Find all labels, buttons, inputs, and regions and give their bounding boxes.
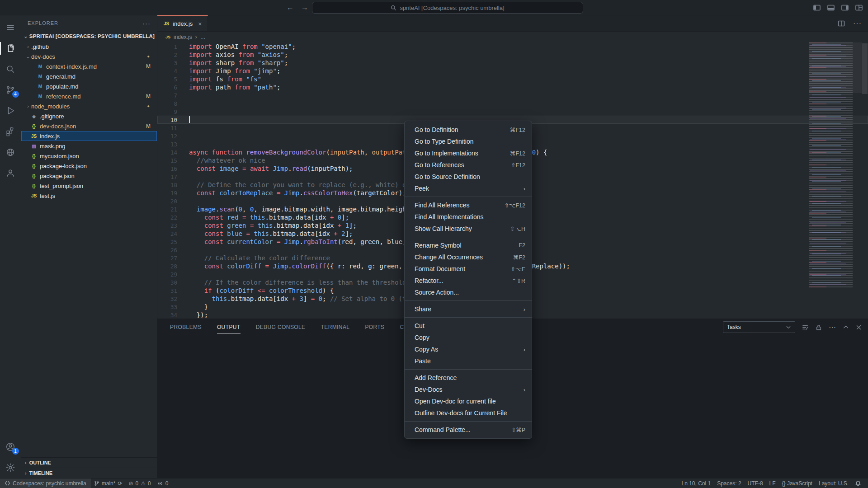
- status-item-spaces-2[interactable]: Spaces: 2: [714, 480, 744, 487]
- breadcrumb-more[interactable]: …: [200, 34, 206, 40]
- panel-tab-output[interactable]: OUTPUT: [217, 321, 241, 333]
- menu-item-go-to-implementations[interactable]: Go to Implementations⌘F12: [405, 147, 532, 159]
- problems-indicator[interactable]: ⊘ 0 ⚠ 0: [126, 479, 154, 488]
- command-center-search[interactable]: spriteAI [Codespaces: psychic umbrella]: [312, 2, 583, 14]
- tab-index-js[interactable]: JS index.js ×: [157, 15, 208, 31]
- lock-icon[interactable]: [816, 324, 822, 331]
- split-editor-icon[interactable]: [838, 20, 845, 27]
- back-icon[interactable]: ←: [287, 4, 294, 12]
- tree-item--gitignore[interactable]: ◆.gitignore: [21, 111, 157, 121]
- live-share-button[interactable]: [0, 163, 21, 183]
- code-line[interactable]: 9: [157, 108, 868, 116]
- output-channel-dropdown[interactable]: Tasks: [723, 321, 795, 333]
- menu-item-outline-dev-docs-for-current-file[interactable]: Outline Dev-docs for Current File: [405, 407, 532, 419]
- run-debug-button[interactable]: [0, 100, 21, 121]
- close-tab-icon[interactable]: ×: [198, 20, 202, 28]
- sidebar-more-actions[interactable]: ···: [142, 19, 151, 27]
- menu-item-dev-docs[interactable]: Dev-Docs›: [405, 384, 532, 395]
- menu-item-go-to-source-definition[interactable]: Go to Source Definition: [405, 171, 532, 183]
- accounts-button[interactable]: 1: [0, 436, 21, 457]
- menu-button[interactable]: [0, 17, 21, 38]
- panel-tab-problems[interactable]: PROBLEMS: [170, 321, 202, 333]
- menu-item-go-to-definition[interactable]: Go to Definition⌘F12: [405, 124, 532, 136]
- branch-indicator[interactable]: main* ⟳: [91, 479, 126, 488]
- tree-item-reference-md[interactable]: Mreference.mdM: [21, 91, 157, 101]
- status-item-ln-10-col-1[interactable]: Ln 10, Col 1: [678, 480, 714, 487]
- breadcrumb[interactable]: JS index.js › …: [157, 32, 868, 42]
- menu-item-peek[interactable]: Peek›: [405, 183, 532, 194]
- minimap-slider[interactable]: [809, 42, 862, 93]
- toggle-secondary-sidebar-icon[interactable]: [841, 4, 849, 11]
- menu-item-cut[interactable]: Cut: [405, 320, 532, 332]
- panel-tab-debug-console[interactable]: DEBUG CONSOLE: [256, 321, 306, 333]
- status-item-utf-8[interactable]: UTF-8: [745, 480, 766, 487]
- status-item-lf[interactable]: LF: [766, 480, 779, 487]
- maximize-panel-icon[interactable]: [843, 324, 849, 330]
- code-line[interactable]: 8: [157, 99, 868, 108]
- menu-item-find-all-references[interactable]: Find All References⇧⌥F12: [405, 199, 532, 211]
- toggle-panel-icon[interactable]: [827, 4, 835, 11]
- customize-layout-icon[interactable]: [855, 4, 863, 11]
- code-line[interactable]: 3import sharp from "sharp";: [157, 59, 868, 67]
- menu-item-find-all-implementations[interactable]: Find All Implementations: [405, 211, 532, 223]
- code-line[interactable]: 5import fs from "fs": [157, 75, 868, 83]
- clear-output-icon[interactable]: [802, 324, 809, 331]
- menu-item-add-reference[interactable]: Add Reference: [405, 372, 532, 384]
- source-control-button[interactable]: 4: [0, 80, 21, 100]
- code-line[interactable]: 7: [157, 91, 868, 99]
- tree-item-general-md[interactable]: Mgeneral.md: [21, 71, 157, 81]
- breadcrumb-file[interactable]: index.js: [174, 34, 192, 40]
- menu-item-command-palette-[interactable]: Command Palette...⇧⌘P: [405, 424, 532, 436]
- code-line[interactable]: 4import Jimp from "jimp";: [157, 67, 868, 75]
- tree-item--github[interactable]: ›.github: [21, 42, 157, 52]
- ports-indicator[interactable]: 0: [154, 479, 172, 488]
- panel-more-actions-icon[interactable]: ⋯: [829, 323, 836, 332]
- panel-tab-terminal[interactable]: TERMINAL: [321, 321, 350, 333]
- menu-item-share[interactable]: Share›: [405, 303, 532, 315]
- tree-item-dev-docs-json[interactable]: {}dev-docs.jsonM: [21, 121, 157, 131]
- tree-item-package-json[interactable]: {}package.json: [21, 171, 157, 181]
- tree-item-populate-md[interactable]: Mpopulate.md: [21, 81, 157, 91]
- menu-item-copy-as[interactable]: Copy As›: [405, 343, 532, 355]
- tree-item-mask-png[interactable]: ▨mask.png: [21, 141, 157, 151]
- close-panel-icon[interactable]: [856, 324, 862, 330]
- workspace-section-header[interactable]: ⌄ SPRITEAI [CODESPACES: PSYCHIC UMBRELLA…: [21, 31, 157, 42]
- bell-icon[interactable]: [855, 480, 861, 487]
- tree-item-node-modules[interactable]: ›node_modules●: [21, 101, 157, 111]
- toggle-sidebar-icon[interactable]: [813, 4, 821, 11]
- tree-item-dev-docs[interactable]: ⌄dev-docs●: [21, 52, 157, 61]
- panel-tab-ports[interactable]: PORTS: [365, 321, 384, 333]
- remote-indicator[interactable]: Codespaces: psychic umbrella: [0, 479, 91, 488]
- menu-item-rename-symbol[interactable]: Rename SymbolF2: [405, 239, 532, 251]
- notifications-button[interactable]: [852, 480, 864, 487]
- tree-item-mycustom-json[interactable]: {}mycustom.json: [21, 151, 157, 161]
- explorer-button[interactable]: [0, 38, 21, 59]
- menu-item-refactor-[interactable]: Refactor...⌃⇧R: [405, 275, 532, 286]
- timeline-section[interactable]: › TIMELINE: [21, 468, 157, 478]
- scrollbar-thumb[interactable]: [862, 43, 868, 94]
- editor-more-actions-icon[interactable]: ···: [853, 19, 862, 28]
- menu-item-format-document[interactable]: Format Document⇧⌥F: [405, 263, 532, 275]
- code-line[interactable]: 2import axios from "axios";: [157, 51, 868, 59]
- status-item--javascript[interactable]: {} JavaScript: [779, 480, 816, 487]
- forward-icon[interactable]: →: [301, 4, 308, 12]
- menu-item-go-to-references[interactable]: Go to References⇧F12: [405, 159, 532, 171]
- settings-button[interactable]: [0, 457, 21, 478]
- menu-item-source-action-[interactable]: Source Action...: [405, 286, 532, 298]
- menu-item-open-dev-doc-for-current-file[interactable]: Open Dev-doc for current file: [405, 395, 532, 407]
- extensions-button[interactable]: [0, 121, 21, 142]
- tree-item-test-js[interactable]: JStest.js: [21, 191, 157, 201]
- outline-section[interactable]: › OUTLINE: [21, 457, 157, 468]
- code-line[interactable]: 1import OpenAI from "openai";: [157, 42, 868, 51]
- menu-item-copy[interactable]: Copy: [405, 332, 532, 343]
- menu-item-show-call-hierarchy[interactable]: Show Call Hierarchy⇧⌥H: [405, 223, 532, 235]
- code-line[interactable]: 6import path from "path";: [157, 83, 868, 91]
- search-button[interactable]: [0, 59, 21, 80]
- remote-explorer-button[interactable]: [0, 142, 21, 163]
- tree-item-context-index-js-md[interactable]: Mcontext-index.js.mdM: [21, 61, 157, 71]
- menu-item-go-to-type-definition[interactable]: Go to Type Definition: [405, 136, 532, 147]
- menu-item-paste[interactable]: Paste: [405, 355, 532, 367]
- status-item-layout-u-s-[interactable]: Layout: U.S.: [816, 480, 852, 487]
- tree-item-index-js[interactable]: JSindex.js: [21, 131, 157, 141]
- tree-item-test-prompt-json[interactable]: {}test_prompt.json: [21, 181, 157, 191]
